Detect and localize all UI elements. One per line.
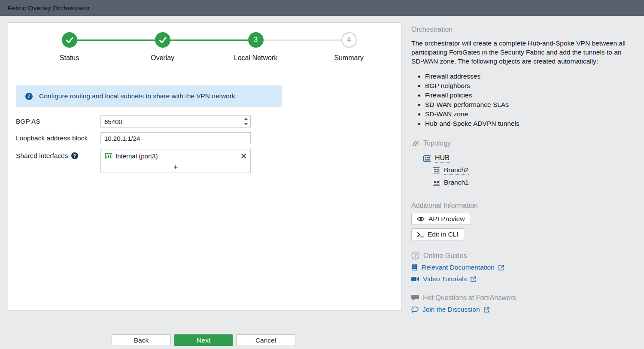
loopback-input-wrap xyxy=(100,132,251,144)
spin-down-icon[interactable] xyxy=(241,121,250,127)
shared-interfaces-label: Shared interfaces ? xyxy=(16,152,100,160)
bgp-as-label: BGP AS xyxy=(16,118,100,125)
online-guides-heading-text: Online Guides xyxy=(423,252,467,260)
chat-outline-icon xyxy=(411,307,419,313)
edit-in-cli-label: Edit in CLI xyxy=(428,231,459,238)
list-item: Hub-and-Spoke ADVPN tunnels xyxy=(425,119,639,128)
remove-interface-icon[interactable] xyxy=(241,154,246,158)
bgp-as-stepper[interactable] xyxy=(241,116,250,127)
eye-icon xyxy=(417,216,425,222)
list-item: SD-WAN performance SLAs xyxy=(425,100,639,109)
list-item: Firewall policies xyxy=(425,91,639,100)
orchestration-description: The orchestrator will create a complete … xyxy=(411,39,633,66)
step-local-network-label: Local Network xyxy=(209,54,302,62)
edit-in-cli-button[interactable]: Edit in CLI xyxy=(411,228,464,240)
back-button[interactable]: Back xyxy=(112,334,171,346)
spin-up-icon[interactable] xyxy=(241,116,250,121)
loopback-row: Loopback address block xyxy=(16,132,401,144)
help-sidebar: Orchestration The orchestrator will crea… xyxy=(411,22,639,313)
fortigate-hub-icon xyxy=(423,155,431,162)
shared-interface-item[interactable]: Internal (port3) xyxy=(101,149,250,163)
external-link-icon xyxy=(484,307,489,313)
fortianswers-heading: Hot Questions at FortiAnswers xyxy=(411,294,639,302)
step-local-network-circle: 3 xyxy=(248,32,264,48)
list-item: BGP neighbors xyxy=(425,81,639,91)
relevant-documentation-link[interactable]: Relevant Documentation xyxy=(411,264,504,271)
fortianswers-heading-text: Hot Questions at FortiAnswers xyxy=(423,294,516,302)
join-discussion-link[interactable]: Join the Discussion xyxy=(411,306,489,313)
orchestration-object-list: Firewall addresses BGP neighbors Firewal… xyxy=(417,72,639,128)
shared-interfaces-box: Internal (port3) + xyxy=(100,149,251,173)
loopback-input[interactable] xyxy=(100,132,251,144)
topology-branches: Branch2 Branch1 xyxy=(433,166,639,187)
next-button[interactable]: Next xyxy=(174,334,233,346)
page-title: Fabric Overlay Orchestrator xyxy=(8,4,90,12)
chat-filled-icon xyxy=(411,294,419,301)
list-item: SD-WAN zone xyxy=(425,109,639,119)
step-local-network[interactable]: 3 Local Network xyxy=(209,32,302,62)
add-interface-button[interactable]: + xyxy=(101,163,250,173)
loopback-label: Loopback address block xyxy=(16,134,100,142)
fortigate-branch-icon xyxy=(433,180,440,186)
shared-interfaces-row: Shared interfaces ? Inter xyxy=(16,149,401,173)
question-circle-icon: ? xyxy=(411,252,419,260)
external-link-icon xyxy=(471,276,476,282)
tree-node-branch1[interactable]: Branch1 xyxy=(433,179,469,187)
bgp-as-input[interactable] xyxy=(100,115,251,127)
video-tutorials-label: Video Tutorials xyxy=(423,275,467,283)
join-discussion-label: Join the Discussion xyxy=(422,306,480,313)
titlebar: Fabric Overlay Orchestrator xyxy=(0,0,644,16)
tree-node-branch1-label: Branch1 xyxy=(444,179,469,187)
step-overlay-circle xyxy=(155,32,170,48)
tree-node-hub[interactable]: HUB xyxy=(423,154,450,163)
list-item: Firewall addresses xyxy=(425,72,639,81)
wizard-footer: Back Next Cancel xyxy=(112,334,295,346)
step-summary[interactable]: 4 Summary xyxy=(302,32,395,62)
step-overlay[interactable]: Overlay xyxy=(116,32,209,62)
info-banner: i Configure routing and local subnets to… xyxy=(16,85,282,107)
local-network-form: BGP AS Loopback address block Shared xyxy=(16,115,401,173)
bgp-as-input-wrap xyxy=(100,115,251,127)
orchestration-heading: Orchestration xyxy=(411,26,639,33)
relevant-documentation-label: Relevant Documentation xyxy=(422,264,495,271)
step-status[interactable]: Status xyxy=(23,32,116,62)
topology-heading-text: Topology xyxy=(423,140,451,147)
bgp-as-row: BGP AS xyxy=(16,115,401,127)
step-status-circle xyxy=(62,32,77,48)
topology-tree: HUB Branch2 xyxy=(423,154,639,187)
info-banner-text: Configure routing and local subnets to s… xyxy=(39,92,237,100)
topology-icon xyxy=(411,140,419,147)
video-tutorials-link[interactable]: Video Tutorials xyxy=(411,275,476,283)
step-status-label: Status xyxy=(23,54,116,62)
check-icon xyxy=(66,37,73,43)
check-icon xyxy=(159,37,167,43)
step-overlay-label: Overlay xyxy=(116,54,209,62)
cli-icon xyxy=(417,232,424,237)
video-icon xyxy=(411,276,419,282)
page: Fabric Overlay Orchestrator Status O xyxy=(0,0,644,349)
shared-interfaces-label-text: Shared interfaces xyxy=(16,152,68,160)
info-icon: i xyxy=(25,93,33,100)
cancel-button[interactable]: Cancel xyxy=(236,334,295,346)
wizard-stepper: Status Overlay 3 Local Network 4 Summary xyxy=(8,23,395,62)
svg-text:?: ? xyxy=(414,253,417,258)
help-icon[interactable]: ? xyxy=(71,152,78,159)
external-link-icon xyxy=(498,265,504,270)
shared-interface-name: Internal (port3) xyxy=(115,152,158,160)
wizard-card: Status Overlay 3 Local Network 4 Summary xyxy=(8,22,402,311)
additional-info-heading: Additional Information xyxy=(411,202,639,209)
tree-node-branch2[interactable]: Branch2 xyxy=(433,166,469,175)
api-preview-button[interactable]: API Preview xyxy=(411,213,470,225)
topology-heading: Topology xyxy=(411,140,639,147)
online-guides-heading: ? Online Guides xyxy=(411,252,639,260)
step-summary-label: Summary xyxy=(302,54,395,62)
book-icon xyxy=(411,264,418,271)
tree-node-branch2-label: Branch2 xyxy=(444,166,469,175)
tree-node-hub-label: HUB xyxy=(435,154,450,163)
step-summary-circle: 4 xyxy=(341,32,357,48)
api-preview-label: API Preview xyxy=(428,215,465,223)
interface-icon xyxy=(105,153,112,159)
fortigate-branch-icon xyxy=(433,167,440,173)
